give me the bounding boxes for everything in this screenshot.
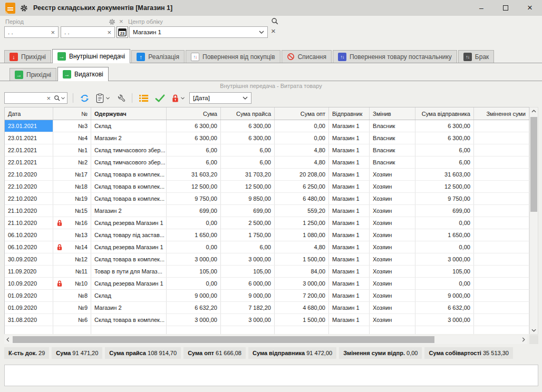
cell-sum[interactable]: 9 750,00 xyxy=(167,193,221,204)
table-row[interactable]: 01.09.2020№8Склад9 000,009 000,007 200,0… xyxy=(5,290,529,302)
cell-sum[interactable]: 9 000,00 xyxy=(167,290,221,301)
period-clear-icon[interactable]: × xyxy=(119,17,123,25)
table-row[interactable]: 22.01.2021№2Склад тимчасового збер...6,0… xyxy=(5,156,529,169)
cell-sum_sender[interactable]: 6,00 xyxy=(415,144,474,156)
cell-sum[interactable]: 6,00 xyxy=(167,144,221,156)
cell-num[interactable]: №4 xyxy=(53,132,91,144)
cell-date[interactable]: 22.10.2020 xyxy=(5,169,53,180)
cell-sender[interactable]: Магазин 1 xyxy=(329,229,370,241)
cell-sum_sender[interactable]: 0,00 xyxy=(415,278,474,289)
cell-num[interactable]: №15 xyxy=(53,205,91,217)
cell-num[interactable]: №14 xyxy=(53,241,91,253)
cell-sum[interactable]: 0,00 xyxy=(167,217,221,229)
cell-num[interactable]: №19 xyxy=(53,193,91,204)
cell-sum_sender[interactable]: 6,00 xyxy=(415,156,474,168)
cell-sum[interactable]: 31 603,20 xyxy=(167,169,221,180)
cell-sum_opt[interactable]: 84,00 xyxy=(275,266,329,277)
center-clear-icon[interactable]: × xyxy=(271,26,276,35)
search-menu-icon[interactable] xyxy=(54,95,67,102)
list-view-button[interactable] xyxy=(138,93,150,103)
column-header-receiver[interactable]: Одержувач xyxy=(91,107,167,120)
tab-povernennya-vid-pokuptsiv[interactable]: ↑↓ Повернення від покупців xyxy=(186,50,280,63)
cell-sender[interactable]: Магазин 1 xyxy=(329,132,370,144)
cell-sender[interactable]: Магазин 1 xyxy=(329,290,370,301)
cell-sum_sender[interactable]: 31 603,00 xyxy=(415,169,474,180)
cell-changed_by[interactable]: Хозяин xyxy=(370,205,415,217)
cell-date[interactable]: 11.09.2020 xyxy=(5,266,53,277)
table-row[interactable]: 10.09.2020№10Склад резерва Магазин 10,00… xyxy=(5,278,529,290)
cell-receiver[interactable]: Склад тимчасового збер... xyxy=(91,156,167,168)
cell-sum_change[interactable] xyxy=(474,169,529,180)
cell-sum_change[interactable] xyxy=(474,193,529,204)
cell-sum_sender[interactable]: 6 300,00 xyxy=(415,132,474,144)
cell-receiver[interactable]: Склад товара в комплек... xyxy=(91,253,167,265)
cell-sender[interactable]: Магазин 1 xyxy=(329,302,370,313)
cell-sum_price[interactable]: 1 750,00 xyxy=(221,229,275,241)
cell-sum_change[interactable] xyxy=(474,181,529,192)
table-row[interactable]: 30.09.2020№12Склад товара в комплек...3 … xyxy=(5,253,529,266)
cell-sum_opt[interactable]: 1 080,00 xyxy=(275,229,329,241)
cell-sender[interactable]: Магазин 1 xyxy=(329,144,370,156)
cell-sum[interactable]: 3 000,00 xyxy=(167,314,221,326)
close-button[interactable]: × xyxy=(518,0,542,16)
column-header-sum[interactable]: Сума xyxy=(167,107,221,120)
cell-changed_by[interactable]: Хозяин xyxy=(370,229,415,241)
cell-sum[interactable]: 12 500,00 xyxy=(167,181,221,192)
cell-receiver[interactable]: Магазин 2 xyxy=(91,205,167,217)
cell-sum_price[interactable]: 105,00 xyxy=(221,266,275,277)
cell-date[interactable]: 01.09.2020 xyxy=(5,302,53,313)
table-row[interactable]: 06.10.2020№13Склад товару під застав...1… xyxy=(5,229,529,241)
cell-sum_price[interactable]: 6 000,00 xyxy=(221,278,275,289)
date-from-field[interactable]: × xyxy=(4,26,59,38)
center-select[interactable]: Магазин 1 xyxy=(129,26,268,38)
table-row[interactable]: 31.08.2020№6Склад товара в комплек...3 0… xyxy=(5,314,529,326)
cell-sender[interactable]: Магазин 1 xyxy=(329,314,370,326)
cell-changed_by[interactable]: Хозяин xyxy=(370,193,415,204)
cell-sum[interactable]: 1 650,00 xyxy=(167,229,221,241)
vertical-scrollbar[interactable] xyxy=(529,107,538,335)
cell-sum_price[interactable]: 31 703,20 xyxy=(221,169,275,180)
cell-sum_sender[interactable]: 6 300,00 xyxy=(415,120,474,132)
cell-changed_by[interactable]: Хозяин xyxy=(370,241,415,253)
cell-sum_opt[interactable]: 4,80 xyxy=(275,241,329,253)
sort-select[interactable]: [Дата] xyxy=(189,92,251,104)
scroll-left-icon[interactable] xyxy=(4,337,12,342)
table-row[interactable]: 21.10.2020№15Магазин 2699,00699,00559,20… xyxy=(5,205,529,217)
cell-num[interactable]: №10 xyxy=(53,278,91,289)
cell-sum_sender[interactable]: 699,00 xyxy=(415,205,474,217)
tab-spysannya[interactable]: Списання xyxy=(282,50,332,63)
cell-date[interactable]: 22.10.2020 xyxy=(5,181,53,192)
cell-sum_opt[interactable]: 1 250,00 xyxy=(275,217,329,229)
cell-sum_sender[interactable]: 105,00 xyxy=(415,266,474,277)
cell-num[interactable]: №9 xyxy=(53,302,91,313)
cell-num[interactable]: №16 xyxy=(53,217,91,229)
cell-receiver[interactable]: Склад товара в комплек... xyxy=(91,314,167,326)
cell-num[interactable]: №13 xyxy=(53,229,91,241)
cell-sender[interactable]: Магазин 1 xyxy=(329,253,370,265)
cell-sum_sender[interactable]: 3 000,00 xyxy=(415,314,474,326)
cell-sum_opt[interactable]: 1 500,00 xyxy=(275,253,329,265)
cell-sum_price[interactable]: 9 000,00 xyxy=(221,290,275,301)
cell-changed_by[interactable]: Хозяин xyxy=(370,302,415,313)
cell-changed_by[interactable]: Хозяин xyxy=(370,290,415,301)
cell-sum[interactable]: 105,00 xyxy=(167,266,221,277)
cell-num[interactable]: №12 xyxy=(53,253,91,265)
cell-sum_opt[interactable]: 3 000,00 xyxy=(275,278,329,289)
column-header-changed_by[interactable]: Змінив xyxy=(370,107,415,120)
cell-receiver[interactable]: Склад резерва Магазин 1 xyxy=(91,217,167,229)
cell-sum_change[interactable] xyxy=(474,266,529,277)
cell-sum_change[interactable] xyxy=(474,241,529,253)
column-header-sum_price[interactable]: Сума прайса xyxy=(221,107,275,120)
cell-sum_change[interactable] xyxy=(474,217,529,229)
cell-changed_by[interactable]: Хозяин xyxy=(370,278,415,289)
cell-num[interactable]: №6 xyxy=(53,314,91,326)
cell-receiver[interactable]: Склад xyxy=(91,120,167,132)
cell-sum_opt[interactable]: 4 680,00 xyxy=(275,302,329,313)
table-row[interactable]: 06.10.2020№14Склад резерва Магазин 10,00… xyxy=(5,241,529,253)
cell-date[interactable]: 01.09.2020 xyxy=(5,290,53,301)
cell-sum_change[interactable] xyxy=(474,205,529,217)
cell-sum_change[interactable] xyxy=(474,156,529,168)
date-to-input[interactable] xyxy=(61,29,104,35)
maximize-button[interactable] xyxy=(493,0,518,16)
cell-num[interactable]: №11 xyxy=(53,266,91,277)
